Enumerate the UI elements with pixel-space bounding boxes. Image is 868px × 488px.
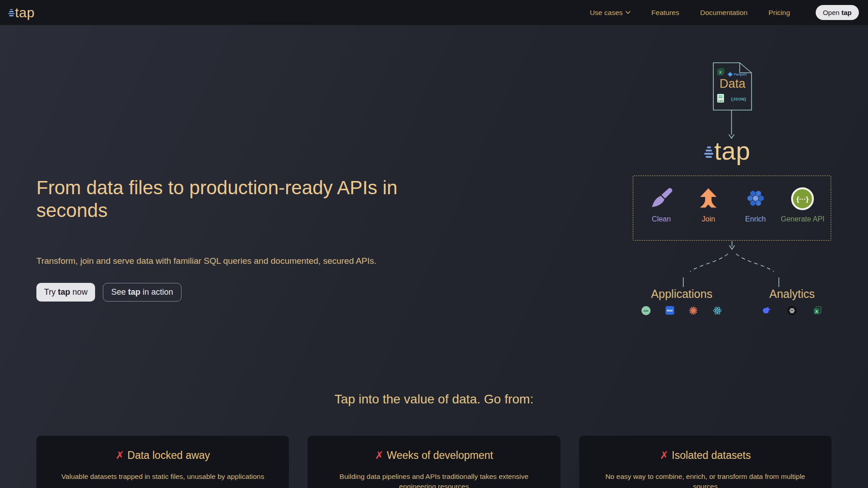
diagram-tap-logo: tap — [704, 138, 750, 164]
x-mark-icon: ✗ — [375, 449, 384, 461]
generate-api-icon: {···} — [790, 186, 815, 211]
csv-icon: CSV — [717, 94, 724, 103]
try-tap-now-button[interactable]: Try tap now — [36, 283, 95, 302]
excel-icon: X — [717, 67, 725, 75]
svg-text:X: X — [815, 309, 818, 314]
step-label: Join — [702, 215, 715, 223]
card-title: ✗Isolated datasets — [595, 449, 815, 462]
see-tap-in-action-button[interactable]: See tap in action — [103, 283, 181, 302]
step-label: Clean — [652, 215, 671, 223]
open-tap-button[interactable]: Open tap — [816, 5, 859, 20]
pipeline-step-enrich: Enrich — [733, 186, 778, 223]
tap-logo-bars-icon — [704, 146, 713, 158]
code-app-icon: </> — [641, 306, 651, 315]
tap-logo-text: tap — [15, 6, 35, 20]
excel-analytics-icon: X — [813, 306, 822, 315]
pipeline-steps-box: Clean Join — [633, 176, 831, 241]
analytics-icons: X — [753, 306, 831, 315]
cta-prefix: Try — [44, 287, 56, 297]
card-data-locked-away: ✗Data locked away Valuable datasets trap… — [36, 436, 289, 488]
enrich-hexagons-icon — [744, 187, 767, 210]
svg-text:{···}: {···} — [797, 195, 809, 203]
nav-item-features[interactable]: Features — [651, 9, 679, 17]
data-sources-box: X Parquet Data CSV {JSON} — [713, 62, 752, 111]
cta-prefix: See — [111, 287, 126, 297]
open-tap-prefix: Open — [823, 9, 840, 16]
data-box-title: Data — [713, 77, 752, 91]
nav-item-label: Features — [651, 9, 679, 17]
nav-item-label: Pricing — [768, 9, 790, 17]
cta-brand: tap — [128, 287, 140, 297]
value-section-heading: Tap into the value of data. Go from: — [0, 392, 868, 407]
svg-text:CSV: CSV — [718, 100, 723, 102]
card-title-text: Weeks of development — [387, 449, 493, 461]
step-label: Generate API — [781, 215, 824, 223]
nav-item-use-cases[interactable]: Use cases — [590, 9, 630, 17]
cta-suffix: in action — [142, 287, 173, 297]
card-body: No easy way to combine, enrich, or trans… — [603, 472, 807, 488]
react-icon — [713, 306, 722, 315]
top-navigation-bar: tap Use cases Features Documentation Pri… — [0, 0, 868, 25]
hero-cta-row: Try tap now See tap in action — [36, 283, 182, 302]
nav-item-label: Documentation — [700, 9, 747, 17]
hero-heading: From data files to production-ready APIs… — [36, 176, 519, 221]
claude-starburst-icon — [689, 306, 698, 315]
hero-heading-line1: From data files to production-ready APIs… — [36, 177, 398, 198]
card-title-text: Data locked away — [127, 449, 210, 461]
cta-brand: tap — [58, 287, 70, 297]
diagram-tap-logo-text: tap — [714, 138, 750, 164]
json-label: {JSON} — [731, 97, 746, 101]
hero-subheading: Transform, join and serve data with fami… — [36, 256, 446, 266]
mui-label: mui — [666, 309, 672, 312]
nav-item-documentation[interactable]: Documentation — [700, 9, 747, 17]
cta-suffix: now — [72, 287, 87, 297]
parquet-label: Parquet — [734, 72, 747, 76]
code-glyph: </> — [644, 309, 649, 313]
open-tap-brand: tap — [842, 9, 852, 16]
parquet-diamond-icon — [727, 72, 733, 77]
applications-icons: </> mui — [640, 306, 724, 315]
parquet-logo: Parquet — [727, 72, 747, 77]
card-body: Building data pipelines and APIs traditi… — [332, 472, 536, 488]
applications-label: Applications — [640, 287, 724, 301]
applications-output: Applications </> mui — [640, 287, 724, 315]
card-isolated-datasets: ✗Isolated datasets No easy way to combin… — [579, 436, 832, 488]
nav-item-pricing[interactable]: Pricing — [768, 9, 790, 17]
main-nav: Use cases Features Documentation Pricing… — [590, 5, 868, 20]
mui-icon: mui — [666, 306, 674, 315]
deepseek-whale-icon — [762, 306, 771, 315]
join-merge-arrow-icon — [697, 188, 720, 210]
analytics-output: Analytics X — [753, 287, 831, 315]
card-weeks-of-development: ✗Weeks of development Building data pipe… — [308, 436, 560, 488]
svg-text:X: X — [719, 70, 722, 75]
x-mark-icon: ✗ — [116, 449, 124, 461]
analytics-label: Analytics — [753, 287, 831, 301]
pain-point-cards: ✗Data locked away Valuable datasets trap… — [36, 436, 832, 488]
card-body: Valuable datasets trapped in static file… — [61, 472, 265, 482]
card-title: ✗Data locked away — [53, 449, 273, 462]
openai-icon — [787, 306, 797, 315]
landing-page: tap Use cases Features Documentation Pri… — [0, 0, 868, 488]
pipeline-step-generate-api: {···} Generate API — [780, 186, 825, 223]
nav-item-label: Use cases — [590, 9, 622, 17]
card-title: ✗Weeks of development — [324, 449, 544, 462]
step-label: Enrich — [745, 215, 766, 223]
pipeline-step-join: Join — [686, 186, 731, 223]
clean-brush-icon — [650, 187, 673, 210]
tap-logo[interactable]: tap — [8, 6, 35, 20]
x-mark-icon: ✗ — [660, 449, 668, 461]
chevron-down-icon — [626, 11, 631, 14]
hero-heading-line2: seconds — [36, 200, 107, 221]
pipeline-step-clean: Clean — [639, 186, 684, 223]
card-title-text: Isolated datasets — [672, 449, 751, 461]
tap-logo-bars-icon — [8, 9, 15, 16]
